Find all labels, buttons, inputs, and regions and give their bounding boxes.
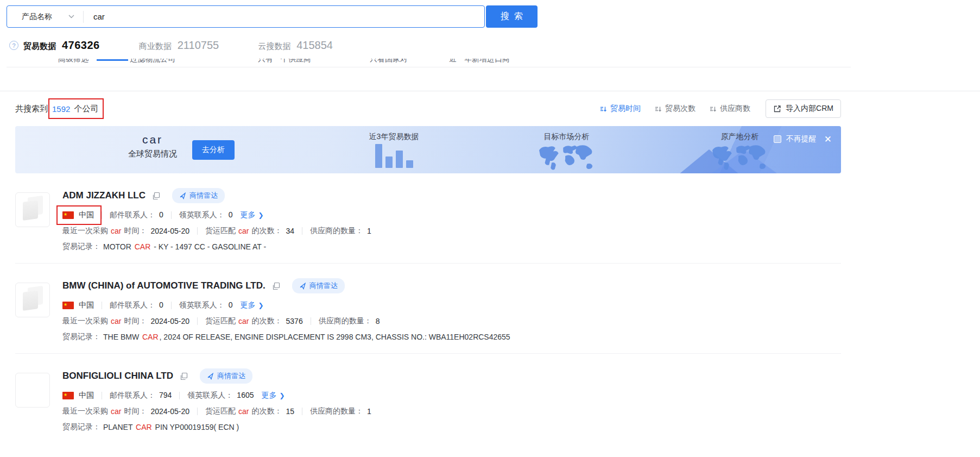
dont-remind-label: 不再提醒	[786, 134, 817, 144]
china-flag-icon	[62, 211, 74, 219]
bar-chart-icon	[341, 143, 447, 168]
purchase-row: 最近一次采购car时间： 2024-05-20 货运匹配car的次数： 5376…	[62, 316, 841, 326]
copy-icon[interactable]	[152, 192, 160, 200]
purchase-date: 2024-05-20	[150, 317, 189, 325]
company-name[interactable]: ADM JIZZAKH LLC	[62, 190, 146, 201]
country-label: 中国	[79, 210, 94, 220]
stat-label: 商业数据	[139, 41, 172, 52]
freight-count: 15	[286, 407, 295, 416]
banner-product-name: car	[142, 133, 163, 146]
stat-value: 2110755	[178, 39, 219, 52]
company-thumbnail[interactable]	[15, 192, 50, 227]
country-label: 中国	[79, 391, 94, 400]
company-thumbnail[interactable]	[15, 373, 50, 408]
company-name[interactable]: BONFIGLIOLI CHINA LTD	[62, 371, 173, 381]
analysis-banner: car 全球贸易情况 去分析 近3年贸易数据 目标市场分析	[15, 126, 841, 173]
annotation-box-count: 1592 个公司	[51, 104, 99, 114]
trade-record: THE BMW CAR, 2024 OF RELEASE, ENGINE DIS…	[103, 333, 510, 341]
filter-logistics[interactable]: 过滤物流公司	[130, 59, 175, 64]
sort-icon	[655, 105, 662, 112]
company-thumbnail[interactable]	[15, 283, 50, 317]
radar-badge-label: 商情雷达	[309, 281, 338, 291]
filter-items: 高级筛选 过滤物流公司 只有 个供应商 只看国家对 近 年新增进口商	[58, 59, 551, 64]
radar-badge-label: 商情雷达	[217, 371, 245, 381]
sort-icon	[710, 105, 717, 112]
email-contacts: 邮件联系人：0	[110, 210, 163, 220]
linkedin-contacts: 领英联系人：0	[179, 301, 233, 310]
company-body: BMW (CHINA) of AUTOMOTIVE TRADING LTD. 商…	[62, 278, 841, 342]
sort-controls: 贸易时间 贸易次数 供应商数 导入内部CRM	[586, 99, 841, 118]
close-icon[interactable]: ✕	[824, 135, 832, 144]
search-box: 产品名称	[7, 5, 485, 28]
analyze-button[interactable]: 去分析	[192, 140, 235, 160]
company-card: BMW (CHINA) of AUTOMOTIVE TRADING LTD. 商…	[15, 263, 841, 353]
bar	[406, 160, 413, 168]
banner-section-target-market: 目标市场分析	[519, 132, 614, 172]
freight-count: 34	[286, 227, 295, 235]
chevron-right-icon: ❯	[280, 392, 285, 399]
purchase-date: 2024-05-20	[150, 227, 189, 235]
world-map-icon	[707, 143, 773, 170]
chevron-down-icon	[68, 15, 74, 18]
trade-record-row: 贸易记录： THE BMW CAR, 2024 OF RELEASE, ENGI…	[62, 332, 841, 342]
section-label: 原产地分析	[695, 132, 785, 142]
filter-country[interactable]: 只看国家对	[370, 59, 408, 64]
crm-button-label: 导入内部CRM	[786, 104, 833, 114]
banner-title: car 全球贸易情况	[128, 133, 177, 159]
header-bottom-border	[0, 67, 980, 91]
sort-label: 供应商数	[720, 104, 750, 114]
stat-value: 415854	[296, 39, 333, 52]
copy-icon[interactable]	[180, 372, 188, 380]
export-icon	[773, 105, 781, 113]
sort-label: 贸易次数	[665, 104, 696, 114]
dismiss-group: 不再提醒 ✕	[774, 134, 832, 144]
stat-label: 云搜数据	[258, 41, 290, 52]
filter-strip-clipped: 高级筛选 过滤物流公司 只有 个供应商 只看国家对 近 年新增进口商	[7, 59, 851, 67]
more-link[interactable]: 更多❯	[262, 391, 285, 400]
linkedin-contacts: 领英联系人：0	[179, 210, 233, 220]
company-card: ADM JIZZAKH LLC 商情雷达	[15, 173, 841, 263]
category-dropdown[interactable]: 产品名称	[7, 6, 83, 27]
company-name[interactable]: BMW (CHINA) of AUTOMOTIVE TRADING LTD.	[62, 280, 265, 291]
annotation-box-country: 中国	[62, 210, 94, 220]
sort-supplier-count[interactable]: 供应商数	[710, 104, 750, 114]
radar-badge-label: 商情雷达	[189, 191, 218, 201]
more-link[interactable]: 更多❯	[241, 210, 264, 220]
purchase-date: 2024-05-20	[150, 407, 189, 416]
email-contacts: 邮件联系人：0	[110, 301, 163, 310]
sort-trade-count[interactable]: 贸易次数	[655, 104, 696, 114]
filter-supplier-count[interactable]: 只有 个供应商	[258, 59, 311, 64]
section-label: 目标市场分析	[519, 132, 614, 142]
world-map-icon	[534, 143, 600, 170]
company-body: ADM JIZZAKH LLC 商情雷达	[62, 188, 841, 252]
radar-badge[interactable]: 商情雷达	[200, 368, 252, 384]
radar-badge[interactable]: 商情雷达	[172, 188, 225, 203]
country: 中国	[62, 210, 94, 220]
sort-trade-time[interactable]: 贸易时间	[600, 104, 641, 114]
dont-remind-checkbox[interactable]	[774, 135, 781, 143]
purchase-row: 最近一次采购car时间： 2024-05-20 货运匹配car的次数： 34 供…	[62, 226, 841, 236]
bar	[375, 144, 382, 168]
country: 中国	[62, 301, 94, 310]
banner-section-trade-data: 近3年贸易数据	[341, 132, 447, 168]
tab-business-data[interactable]: 商业数据 2110755	[139, 39, 219, 52]
country-label: 中国	[79, 301, 94, 310]
radar-icon	[299, 283, 306, 290]
supplier-count: 1	[367, 407, 371, 416]
search-button[interactable]: 搜索	[486, 5, 538, 28]
more-link[interactable]: 更多❯	[241, 301, 264, 310]
tab-trade-data[interactable]: 贸易数据 476326	[23, 39, 100, 52]
search-input[interactable]	[84, 12, 484, 21]
freight-count: 5376	[286, 317, 303, 325]
radar-badge[interactable]: 商情雷达	[292, 278, 345, 293]
section-label: 近3年贸易数据	[341, 132, 447, 142]
import-crm-button[interactable]: 导入内部CRM	[766, 99, 841, 118]
stat-value: 476326	[62, 39, 100, 52]
tab-cloud-data[interactable]: 云搜数据 415854	[258, 39, 333, 52]
filter-advanced[interactable]: 高级筛选	[58, 59, 88, 64]
result-count-text: 共搜索到 1592 个公司	[15, 104, 99, 114]
filter-new-importers[interactable]: 近 年新增进口商	[449, 59, 510, 64]
copy-icon[interactable]	[272, 282, 280, 290]
question-icon[interactable]: ?	[9, 41, 18, 50]
company-card: BONFIGLIOLI CHINA LTD 商情雷达 中国	[15, 353, 841, 443]
